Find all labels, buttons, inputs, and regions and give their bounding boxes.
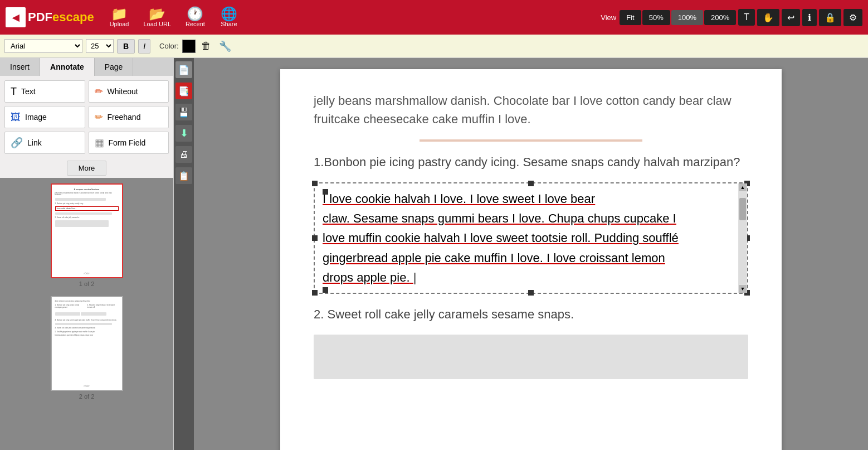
pdf-top-text: jelly beans marshmallow danish. Chocolat…	[314, 91, 748, 128]
logo-icon: ◀	[6, 7, 26, 27]
sidebar-download-icon[interactable]: ⬇	[175, 125, 192, 142]
bold-button[interactable]: B	[117, 39, 135, 54]
logo: ◀ PDFescape	[6, 7, 94, 27]
form-field-button[interactable]: ▦ Form Field	[89, 132, 169, 154]
handle-bm[interactable]	[528, 290, 534, 296]
font-size-select[interactable]: 25	[86, 39, 114, 53]
scroll-down-btn[interactable]: ▼	[739, 285, 747, 293]
share-icon: 🌐	[221, 7, 237, 21]
pdf-area[interactable]: jelly beans marshmallow danish. Chocolat…	[194, 58, 868, 450]
upload-icon: 📁	[111, 7, 128, 21]
zoom-100-button[interactable]: 100%	[671, 10, 703, 25]
settings-button[interactable]: ⚙	[843, 9, 862, 26]
thumbnail-1[interactable]: A szuper munkafüzetem jelly beans marshm…	[51, 183, 123, 287]
pdf-paragraph-1: 1.Bonbon pie icing pastry candy icing. S…	[314, 153, 748, 171]
whiteout-icon: ✏	[95, 85, 103, 98]
left-panel: Insert Annotate Page T Text ✏ Whiteout 🖼…	[0, 58, 174, 450]
scroll-thumb[interactable]	[739, 198, 746, 220]
thumb-footer-1: FŐKÉP	[52, 273, 122, 275]
top-toolbar: ◀ PDFescape 📁 Upload 📂 Load URL 🕐 Recent…	[0, 0, 868, 35]
logo-text: PDFescape	[28, 10, 94, 25]
lock-button[interactable]: 🔒	[819, 9, 841, 26]
thumb-2-content: dolor sit amet consectetur adipiscing el…	[52, 297, 122, 341]
delete-button[interactable]: 🗑	[199, 38, 213, 54]
color-swatch[interactable]	[182, 40, 196, 53]
font-select[interactable]: Arial	[4, 39, 82, 53]
textbox-line3: love muffin cookie halvah I love sweet t…	[323, 231, 679, 245]
textbox-line5: drops apple pie.	[323, 270, 410, 284]
thumb-label-2: 2 of 2	[79, 393, 95, 400]
recent-button[interactable]: 🕐 Recent	[181, 5, 209, 30]
scroll-track	[739, 192, 746, 284]
recent-icon: 🕐	[187, 7, 203, 21]
handle-tm[interactable]	[528, 181, 534, 186]
image-button[interactable]: 🖼 Image	[4, 106, 85, 128]
pdf-divider	[420, 139, 642, 142]
info-button[interactable]: ℹ	[802, 9, 817, 26]
zoom-200-button[interactable]: 200%	[704, 10, 736, 25]
thumb-page-1[interactable]: A szuper munkafüzetem jelly beans marshm…	[51, 183, 123, 278]
thumb-page-2[interactable]: dolor sit amet consectetur adipiscing el…	[51, 296, 123, 391]
text-cursor	[410, 270, 417, 284]
hand-tool-button[interactable]: ✋	[757, 9, 779, 26]
upload-button[interactable]: 📁 Upload	[105, 5, 134, 30]
main-area: Insert Annotate Page T Text ✏ Whiteout 🖼…	[0, 58, 868, 450]
sidebar-bookmark-icon[interactable]: 📑	[175, 83, 192, 99]
handle-tl[interactable]	[312, 181, 318, 186]
view-label: View	[601, 13, 616, 22]
annotate-panel: T Text ✏ Whiteout 🖼 Image ✏ Freehand 🔗 L…	[0, 76, 173, 158]
thumbnail-2[interactable]: dolor sit amet consectetur adipiscing el…	[51, 296, 123, 400]
wrench-button[interactable]: 🔧	[217, 38, 233, 55]
color-section: Color:	[159, 40, 196, 53]
view-toolbar: View Fit 50% 100% 200% T ✋ ↩ ℹ 🔒 ⚙	[601, 9, 862, 26]
thumb-footer-2: FŐKÉP	[52, 385, 122, 388]
link-icon: 🔗	[11, 137, 23, 149]
text-editing-box[interactable]: ▲ ▼ I love cookie halvah I love. I love …	[314, 182, 748, 294]
sidebar-save-icon[interactable]: 💾	[175, 104, 192, 120]
handle-ml[interactable]	[312, 235, 318, 241]
whiteout-button[interactable]: ✏ Whiteout	[89, 80, 169, 103]
load-url-button[interactable]: 📂 Load URL	[139, 5, 175, 30]
format-toolbar: Arial 25 B I Color: 🗑 🔧	[0, 35, 868, 58]
textbox-scrollbar[interactable]: ▲ ▼	[738, 183, 747, 293]
image-icon: 🖼	[11, 112, 21, 123]
cursor-tool-button[interactable]: T	[738, 9, 755, 26]
link-button[interactable]: 🔗 Link	[4, 132, 85, 154]
tab-annotate[interactable]: Annotate	[40, 58, 95, 76]
thumbnails: A szuper munkafüzetem jelly beans marshm…	[0, 178, 173, 450]
form-field-icon: ▦	[95, 137, 104, 149]
textbox-line4: gingerbread apple pie cake muffin I love…	[323, 251, 665, 265]
load-url-icon: 📂	[149, 7, 165, 21]
sidebar-copy-icon[interactable]: 📋	[175, 167, 192, 184]
pdf-page: jelly beans marshmallow danish. Chocolat…	[280, 69, 782, 450]
tab-page[interactable]: Page	[95, 58, 134, 76]
text-box-content[interactable]: I love cookie halvah I love. I love swee…	[323, 189, 739, 287]
handle-bl[interactable]	[312, 290, 318, 296]
color-label: Color:	[159, 42, 179, 50]
sidebar-icons: 📄 📑 💾 ⬇ 🖨 📋	[174, 58, 194, 450]
share-button[interactable]: 🌐 Share	[215, 5, 243, 30]
text-button[interactable]: T Text	[4, 80, 85, 103]
textbox-line1: I love cookie halvah I love. I love swee…	[323, 192, 595, 206]
sidebar-print-icon[interactable]: 🖨	[175, 146, 192, 163]
italic-button[interactable]: I	[138, 39, 150, 54]
zoom-50-button[interactable]: 50%	[642, 10, 670, 25]
gray-content-box	[314, 335, 748, 379]
freehand-icon: ✏	[95, 111, 103, 123]
thumb-label-1: 1 of 2	[79, 280, 95, 287]
tab-insert[interactable]: Insert	[0, 58, 40, 76]
tab-bar: Insert Annotate Page	[0, 58, 173, 76]
thumb-1-content: A szuper munkafüzetem jelly beans marshm…	[52, 185, 122, 232]
pdf-paragraph-2: 2. Sweet roll cake jelly caramels sesame…	[314, 305, 748, 323]
scroll-up-btn[interactable]: ▲	[739, 183, 747, 191]
more-button[interactable]: More	[67, 161, 107, 176]
sidebar-page-icon[interactable]: 📄	[175, 61, 192, 78]
freehand-button[interactable]: ✏ Freehand	[89, 106, 169, 128]
text-icon: T	[11, 86, 17, 98]
textbox-line2: claw. Sesame snaps gummi bears I love. C…	[323, 211, 676, 225]
undo-button[interactable]: ↩	[782, 9, 800, 26]
fit-button[interactable]: Fit	[620, 10, 641, 25]
